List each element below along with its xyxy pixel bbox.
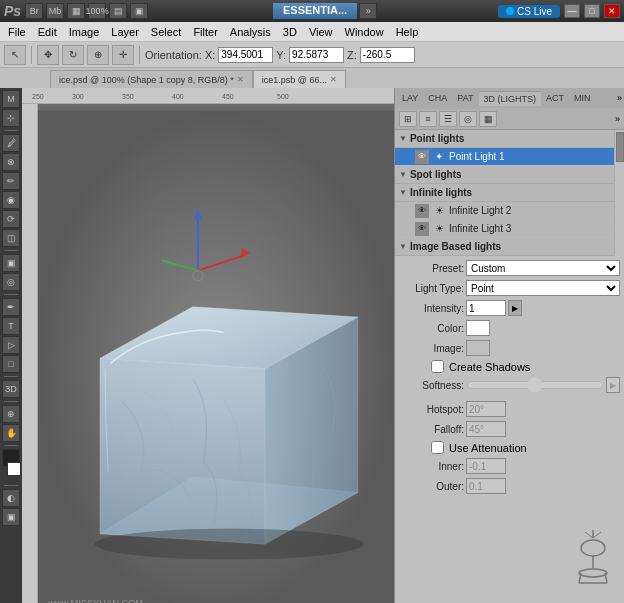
close-button[interactable]: ✕ (604, 4, 620, 18)
background-color[interactable] (7, 462, 21, 476)
infinite-light-3-eye[interactable]: 👁 (415, 222, 429, 236)
tool-history[interactable]: ⟳ (2, 210, 20, 228)
tool-3d[interactable]: 3D (2, 380, 20, 398)
panel-icon-list[interactable]: ≡ (419, 111, 437, 127)
tool-eyedrop[interactable]: 🖉 (2, 134, 20, 152)
panel-icon-settings[interactable]: ☰ (439, 111, 457, 127)
cs-live-button[interactable]: CS Live (498, 5, 560, 18)
infinite-light-2-eye[interactable]: 👁 (415, 204, 429, 218)
tool-pan[interactable]: ✛ (112, 45, 134, 65)
tab-ice-psd[interactable]: ice.psd @ 100% (Shape 1 copy 8, RGB/8) *… (50, 70, 253, 88)
mini-bridge-icon[interactable]: Mb (46, 3, 64, 19)
tool-hand[interactable]: ✋ (2, 424, 20, 442)
image-based-lights-group: ▼ Image Based lights (395, 238, 614, 256)
tool-move[interactable]: ✥ (37, 45, 59, 65)
tool-pen[interactable]: ✒ (2, 298, 20, 316)
menu-select[interactable]: Select (145, 24, 188, 40)
workspace-button[interactable]: ESSENTIA... (273, 3, 357, 19)
x-input[interactable] (218, 47, 273, 63)
tool-eraser[interactable]: ◫ (2, 229, 20, 247)
falloff-label: Falloff: (399, 424, 464, 435)
workspace-icon[interactable]: ▦ (67, 3, 85, 19)
tool-shape[interactable]: □ (2, 355, 20, 373)
menu-edit[interactable]: Edit (32, 24, 63, 40)
panel-scroll-right[interactable]: » (615, 114, 620, 124)
tool-rotate[interactable]: ↻ (62, 45, 84, 65)
maximize-button[interactable]: □ (584, 4, 600, 18)
tool-blur[interactable]: ◎ (2, 273, 20, 291)
image-swatch[interactable] (466, 340, 490, 356)
tool-heal[interactable]: ⊗ (2, 153, 20, 171)
intensity-input[interactable] (466, 300, 506, 316)
intensity-row: Intensity: ▶ (399, 300, 620, 316)
panel-icon-view[interactable]: ▦ (479, 111, 497, 127)
point-lights-header[interactable]: ▼ Point lights (395, 130, 614, 148)
intensity-arrow[interactable]: ▶ (508, 300, 522, 316)
tool-brush[interactable]: ✏ (2, 172, 20, 190)
menu-3d[interactable]: 3D (277, 24, 303, 40)
zoom-indicator[interactable]: 100% (88, 3, 106, 19)
bridge-icon[interactable]: Br (25, 3, 43, 19)
infinite-lights-arrow: ▼ (399, 188, 407, 197)
tool-zoom[interactable]: ⊕ (2, 405, 20, 423)
view-icon[interactable]: ▤ (109, 3, 127, 19)
light-list-scrollbar[interactable] (614, 130, 624, 256)
quick-mask[interactable]: ◐ (2, 489, 20, 507)
point-light-1[interactable]: 👁 ✦ Point Light 1 (395, 148, 614, 166)
svg-line-20 (585, 532, 593, 538)
light-type-select[interactable]: Point Spot Infinite (466, 280, 620, 296)
infinite-light-2[interactable]: 👁 ☀ Infinite Light 2 (395, 202, 614, 220)
menu-layer[interactable]: Layer (105, 24, 145, 40)
use-attenuation-checkbox[interactable] (431, 441, 444, 454)
tab-cha[interactable]: CHA (423, 91, 452, 105)
tool-path[interactable]: ▷ (2, 336, 20, 354)
menu-file[interactable]: File (2, 24, 32, 40)
z-input[interactable] (360, 47, 415, 63)
point-light-1-eye[interactable]: 👁 (415, 150, 429, 164)
falloff-row: Falloff: (399, 421, 620, 437)
panel-expand[interactable]: » (617, 93, 622, 103)
menu-image[interactable]: Image (63, 24, 106, 40)
menu-help[interactable]: Help (390, 24, 425, 40)
tool-orbit[interactable]: ⊕ (87, 45, 109, 65)
infinite-lights-header[interactable]: ▼ Infinite lights (395, 184, 614, 202)
menu-analysis[interactable]: Analysis (224, 24, 277, 40)
menu-filter[interactable]: Filter (187, 24, 223, 40)
menu-view[interactable]: View (303, 24, 339, 40)
spot-lights-group: ▼ Spot lights (395, 166, 614, 184)
screen-mode[interactable]: ▣ (2, 508, 20, 526)
point-lights-label: Point lights (410, 133, 464, 144)
tab-ice-psd-close[interactable]: ✕ (237, 75, 244, 84)
y-input[interactable] (289, 47, 344, 63)
extras-icon[interactable]: » (359, 3, 377, 19)
tab-min[interactable]: MIN (569, 91, 596, 105)
tab-act[interactable]: ACT (541, 91, 569, 105)
minimize-button[interactable]: — (564, 4, 580, 18)
tab-3d-lights[interactable]: 3D (LIGHTS) (479, 91, 542, 106)
screen-icon[interactable]: ▣ (130, 3, 148, 19)
preset-select[interactable]: Custom (466, 260, 620, 276)
tool-crop[interactable]: ⊹ (2, 109, 20, 127)
tab-lay[interactable]: LAY (397, 91, 423, 105)
panel-icon-grid[interactable]: ⊞ (399, 111, 417, 127)
hotspot-input (466, 401, 506, 417)
tab-ice1-psb-close[interactable]: ✕ (330, 75, 337, 84)
tool-type[interactable]: T (2, 317, 20, 335)
tool-gradient[interactable]: ▣ (2, 254, 20, 272)
spot-lights-header[interactable]: ▼ Spot lights (395, 166, 614, 184)
tab-ice1-psb[interactable]: ice1.psb @ 66... ✕ (253, 70, 346, 88)
image-based-lights-label: Image Based lights (410, 241, 501, 252)
tool-select[interactable]: ↖ (4, 45, 26, 65)
infinite-light-3[interactable]: 👁 ☀ Infinite Light 3 (395, 220, 614, 238)
tool-stamp[interactable]: ◉ (2, 191, 20, 209)
canvas-content[interactable]: www.MISSYUAN.COM (38, 104, 394, 603)
point-light-1-icon: ✦ (432, 150, 446, 164)
tab-pat[interactable]: PAT (452, 91, 478, 105)
color-swatch[interactable] (466, 320, 490, 336)
menu-window[interactable]: Window (339, 24, 390, 40)
image-based-lights-header[interactable]: ▼ Image Based lights (395, 238, 614, 256)
main-area: M ⊹ 🖉 ⊗ ✏ ◉ ⟳ ◫ ▣ ◎ ✒ T ▷ □ 3D ⊕ ✋ ◐ ▣ 2… (0, 88, 624, 603)
tool-lasso[interactable]: M (2, 90, 20, 108)
panel-icon-circle[interactable]: ◎ (459, 111, 477, 127)
create-shadows-checkbox[interactable] (431, 360, 444, 373)
